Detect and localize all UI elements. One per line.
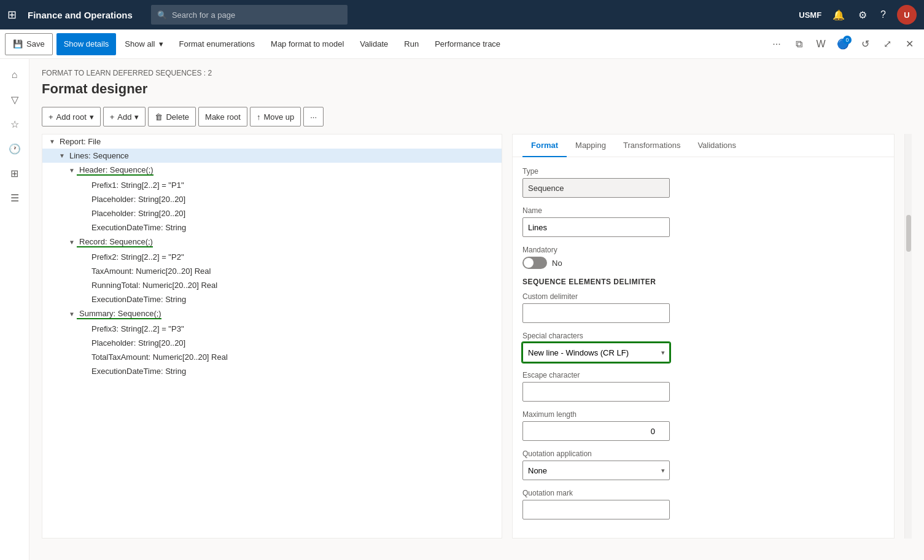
- move-up-icon: ↑: [257, 112, 261, 122]
- scrollbar[interactable]: [904, 134, 912, 539]
- escape-character-group: Escape character: [522, 371, 884, 402]
- tree-item-label: TotalTaxAmount: Numeric[20..20] Real: [89, 352, 228, 362]
- list-item[interactable]: ▼ Summary: Sequence(;): [42, 306, 502, 322]
- show-all-button[interactable]: Show all ▾: [117, 33, 170, 55]
- tree-item-label: Prefix2: String[2..2] = "P2": [89, 252, 184, 262]
- list-item[interactable]: ExecutionDateTime: String: [42, 364, 502, 378]
- more-actions-button[interactable]: ···: [303, 107, 324, 126]
- mandatory-toggle[interactable]: [522, 257, 547, 269]
- mandatory-label: Mandatory: [522, 246, 884, 254]
- show-details-button[interactable]: Show details: [56, 33, 117, 55]
- quotation-application-wrapper: None Always When needed ▾: [522, 461, 670, 480]
- quotation-mark-label: Quotation mark: [522, 489, 884, 497]
- quotation-application-label: Quotation application: [522, 449, 884, 458]
- toggle-knob: [524, 258, 534, 268]
- main-toolbar: 💾 Save Show details Show all ▾ Format en…: [0, 29, 924, 59]
- tab-transformations[interactable]: Transformations: [615, 134, 689, 157]
- add-button[interactable]: + Add ▾: [103, 107, 146, 126]
- name-label: Name: [522, 206, 884, 215]
- tree-panel: ▼ Report: File ▼ Lines: Sequence ▼ Heade…: [42, 134, 502, 539]
- quotation-mark-input[interactable]: [522, 500, 670, 519]
- tab-mapping[interactable]: Mapping: [567, 134, 615, 157]
- list-item[interactable]: Prefix3: String[2..2] = "P3": [42, 322, 502, 336]
- nav-list-icon[interactable]: ☰: [4, 187, 26, 209]
- tree-item-label: Report: File: [57, 137, 101, 146]
- nav-favorites-icon[interactable]: ☆: [4, 113, 26, 135]
- settings-icon[interactable]: ⚙: [856, 7, 869, 23]
- list-item[interactable]: ▼ Report: File: [42, 134, 502, 149]
- delete-button[interactable]: 🗑 Delete: [148, 107, 196, 126]
- open-in-new-icon[interactable]: ⤢: [877, 34, 897, 54]
- performance-trace-button[interactable]: Performance trace: [427, 33, 508, 55]
- name-input[interactable]: [522, 217, 670, 237]
- tree-item-label: TaxAmount: Numeric[20..20] Real: [89, 266, 211, 276]
- tree-item-label: Record: Sequence(;): [77, 237, 153, 247]
- side-navigation: ⌂ ▽ ☆ 🕐 ⊞ ☰: [0, 59, 29, 560]
- nav-filter-icon[interactable]: ▽: [4, 88, 26, 111]
- format-enumerations-button[interactable]: Format enumerations: [172, 33, 263, 55]
- tree-item-label: Prefix3: String[2..2] = "P3": [89, 324, 184, 333]
- custom-delimiter-group: Custom delimiter: [522, 292, 884, 323]
- avatar[interactable]: U: [897, 5, 917, 25]
- designer-split: ▼ Report: File ▼ Lines: Sequence ▼ Heade…: [42, 134, 912, 539]
- custom-delimiter-input[interactable]: [522, 303, 670, 323]
- nav-workspace-icon[interactable]: ⊞: [4, 162, 26, 184]
- save-button[interactable]: 💾 Save: [5, 33, 53, 55]
- more-options-icon[interactable]: ···: [767, 34, 786, 54]
- map-format-button[interactable]: Map format to model: [263, 33, 351, 55]
- list-item[interactable]: Prefix1: String[2..2] = "P1": [42, 178, 502, 192]
- list-item[interactable]: ▼ Record: Sequence(;): [42, 235, 502, 250]
- page-title: Format designer: [42, 81, 912, 97]
- properties-tabs: Format Mapping Transformations Validatio…: [513, 134, 894, 157]
- maximum-length-input[interactable]: [522, 421, 670, 441]
- notification-icon[interactable]: 🔔: [830, 7, 847, 23]
- toolbar-right: ··· ⧉ W 🔵 0 ↺ ⤢ ✕: [767, 34, 919, 54]
- help-icon[interactable]: ?: [878, 7, 888, 23]
- app-grid-icon[interactable]: ⊞: [7, 8, 17, 21]
- list-item[interactable]: ExecutionDateTime: String: [42, 220, 502, 235]
- validate-button[interactable]: Validate: [352, 33, 395, 55]
- list-item[interactable]: Placeholder: String[20..20]: [42, 206, 502, 220]
- move-up-button[interactable]: ↑ Move up: [250, 107, 301, 126]
- type-input[interactable]: [522, 178, 670, 198]
- escape-character-input[interactable]: [522, 382, 670, 402]
- refresh-icon[interactable]: ↺: [855, 34, 875, 54]
- list-item[interactable]: Placeholder: String[20..20]: [42, 336, 502, 350]
- scrollbar-thumb[interactable]: [906, 215, 911, 252]
- add-root-button[interactable]: + Add root ▾: [42, 107, 101, 126]
- custom-delimiter-label: Custom delimiter: [522, 292, 884, 301]
- breadcrumb: FORMAT TO LEARN DEFERRED SEQUENCES : 2: [42, 69, 912, 77]
- top-nav-right: USMF 🔔 ⚙ ? U: [799, 5, 917, 25]
- tab-validations[interactable]: Validations: [689, 134, 745, 157]
- tree-item-label: Prefix1: String[2..2] = "P1": [89, 181, 184, 190]
- top-navigation: ⊞ Finance and Operations 🔍 USMF 🔔 ⚙ ? U: [0, 0, 924, 29]
- list-item[interactable]: TotalTaxAmount: Numeric[20..20] Real: [42, 350, 502, 364]
- escape-character-label: Escape character: [522, 371, 884, 379]
- tree-item-label: RunningTotal: Numeric[20..20] Real: [89, 281, 217, 290]
- quotation-application-select[interactable]: None Always When needed: [522, 461, 670, 480]
- collapse-arrow-icon: ▼: [67, 167, 77, 174]
- list-item[interactable]: Placeholder: String[20..20]: [42, 192, 502, 206]
- chevron-down-icon: ▾: [159, 39, 163, 49]
- list-item[interactable]: ExecutionDateTime: String: [42, 292, 502, 306]
- badge-count: 0: [843, 36, 852, 44]
- list-item[interactable]: RunningTotal: Numeric[20..20] Real: [42, 278, 502, 292]
- nav-home-icon[interactable]: ⌂: [4, 64, 26, 86]
- tab-format[interactable]: Format: [522, 134, 567, 157]
- list-item[interactable]: ▼ Header: Sequence(;): [42, 163, 502, 178]
- tree-item-label: Lines: Sequence: [67, 151, 129, 160]
- list-item[interactable]: TaxAmount: Numeric[20..20] Real: [42, 264, 502, 278]
- special-characters-group: Special characters None New line - Windo…: [522, 332, 884, 362]
- close-icon[interactable]: ✕: [899, 34, 919, 54]
- search-input[interactable]: [172, 10, 341, 20]
- run-button[interactable]: Run: [397, 33, 426, 55]
- tree-item-label: Placeholder: String[20..20]: [89, 338, 185, 348]
- plugin-icon[interactable]: ⧉: [789, 34, 809, 54]
- special-characters-select[interactable]: None New line - Windows (CR LF) New line…: [522, 343, 670, 362]
- list-item[interactable]: ▼ Lines: Sequence: [42, 149, 502, 163]
- user-badge: USMF: [799, 10, 821, 20]
- make-root-button[interactable]: Make root: [198, 107, 247, 126]
- nav-recent-icon[interactable]: 🕐: [4, 138, 26, 160]
- list-item[interactable]: Prefix2: String[2..2] = "P2": [42, 250, 502, 264]
- office-icon[interactable]: W: [811, 34, 831, 54]
